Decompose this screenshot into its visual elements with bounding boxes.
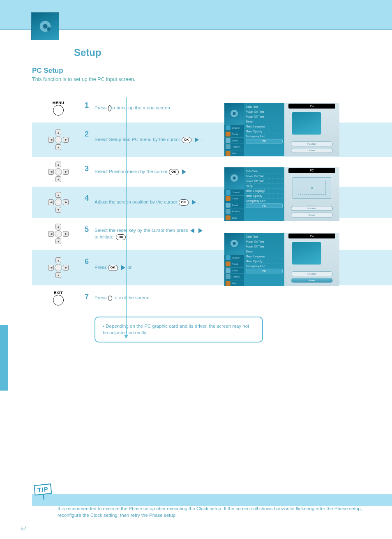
steps-container: MENU 1 Press to bring up the menu screen… <box>32 94 392 311</box>
tip-badge: TIP <box>34 483 53 501</box>
osd-side-item: Sound <box>224 137 244 144</box>
osd-menu-item: Date/Time <box>246 104 283 109</box>
exit-button-label: EXIT <box>54 291 63 295</box>
osd-menu-item: Menu Opacity <box>246 129 283 134</box>
step-text-part: . <box>189 169 190 174</box>
step-text-part: Select Position menu by the cursor <box>95 169 169 174</box>
step-text-part: . <box>198 199 199 204</box>
tip-bar <box>32 494 392 506</box>
exit-button-icon[interactable] <box>53 295 64 305</box>
gear-icon <box>224 103 244 125</box>
tip-icon: TIP <box>34 483 52 495</box>
osd-thumb-icon <box>292 242 321 265</box>
step-text: Select Setup and PC menu by the cursor O… <box>93 132 224 147</box>
menu-button-label: MENU <box>53 101 65 105</box>
step-number: 6 <box>85 250 93 266</box>
menu-inline-icon <box>108 105 111 111</box>
step-text-part: to bring up the menu screen. <box>111 105 171 110</box>
dpad-icon[interactable]: ▲▼◀▶ <box>48 162 69 182</box>
step-number: 4 <box>85 187 93 203</box>
step-text-part: to initiate. <box>95 234 115 239</box>
osd-screenshot: Channel Picture Sound Function Setup Dat… <box>224 167 339 221</box>
arrow-right-icon <box>195 137 199 142</box>
ok-inline-icon: OK <box>108 265 118 271</box>
position-frame-icon <box>293 177 331 199</box>
svg-point-2 <box>47 27 51 31</box>
osd-side-item: Function <box>224 143 244 150</box>
step-text-part: Adjust the screen position by the cursor <box>95 199 179 204</box>
step-number: 2 <box>85 123 93 139</box>
osd-menu-item: Power Off Time <box>246 114 283 119</box>
osd-reset-button: Reset <box>291 278 333 283</box>
arrow-right-icon <box>121 265 125 270</box>
dpad-icon[interactable]: ▲▼◀▶ <box>48 224 69 244</box>
osd-right-title: PC <box>288 234 335 238</box>
osd-reset-button: Reset <box>291 148 333 153</box>
svg-point-6 <box>233 177 236 180</box>
step-text-part: Press <box>95 105 108 110</box>
osd-right-title: PC <box>288 104 335 109</box>
step-text-part: Select the reset key by the cursor then … <box>95 228 189 233</box>
osd-menu-item: Power On Time <box>246 109 283 114</box>
step-number: 1 <box>85 94 93 110</box>
step-text-part: . <box>201 137 202 142</box>
arrow-right-icon <box>198 228 203 233</box>
step-text: Adjust the screen position by the cursor… <box>93 195 224 210</box>
info-box: • Depending on the PC graphic card and i… <box>95 317 263 342</box>
osd-screenshot: Channel Picture Sound Function Setup Dat… <box>224 233 339 286</box>
osd-position-button: Position <box>291 206 333 211</box>
menu-button-icon[interactable] <box>53 105 64 116</box>
osd-menu-item-selected: PC <box>246 139 283 143</box>
svg-point-8 <box>233 242 236 245</box>
gear-icon <box>224 167 244 189</box>
step-text: Press to exit the screen. <box>93 291 224 305</box>
step-number: 7 <box>85 285 93 301</box>
osd-right-title: PC <box>288 168 335 173</box>
step-row: ▲▼◀▶ 4 Adjust the screen position by the… <box>32 187 392 218</box>
step-number: 3 <box>85 157 93 173</box>
arrow-left-icon <box>190 228 194 233</box>
ok-inline-icon: OK <box>169 169 179 175</box>
step-text: Select Position menu by the cursor OK . <box>93 164 224 179</box>
dpad-icon[interactable]: ▲▼◀▶ <box>48 192 69 213</box>
osd-reset-button: Reset <box>291 213 333 217</box>
step-text-part: or <box>127 265 131 270</box>
step-number: 5 <box>85 218 93 234</box>
dpad-icon[interactable]: ▲▼◀▶ <box>48 130 69 150</box>
dpad-icon[interactable]: ▲▼◀▶ <box>48 257 69 278</box>
step-text: Press OK or <box>93 260 224 275</box>
step-row: ▲▼◀▶ 2 Select Setup and PC menu by the c… <box>32 123 392 157</box>
ok-inline-icon: OK <box>179 199 189 206</box>
ok-inline-icon: OK <box>116 234 126 241</box>
osd-menu-item: Emergency Alert <box>246 134 283 139</box>
step-text-part: Select Setup and PC menu by the cursor <box>95 137 182 142</box>
osd-side-item: Picture <box>224 131 244 137</box>
arrow-right-icon <box>192 200 196 205</box>
step-row: ▲▼◀▶ 6 Press OK or Channel Picture Sound… <box>32 250 392 285</box>
osd-side-item: Channel <box>224 125 244 131</box>
page-subtitle: PC Setup <box>0 58 392 76</box>
osd-screenshot: Channel Picture Sound Function Setup Dat… <box>224 103 339 156</box>
osd-position-button: Position <box>291 141 333 146</box>
page-subdesc: This function is to set up the PC input … <box>0 76 392 82</box>
ok-inline-icon: OK <box>182 137 191 143</box>
osd-menu-item: Sleep <box>246 119 283 124</box>
section-gear-icon <box>31 12 59 40</box>
page-number: 57 <box>21 525 26 532</box>
flow-line <box>126 97 127 338</box>
step-text-part: Press <box>95 265 108 270</box>
tip-text: It is recommended to execute the Phase s… <box>58 505 380 518</box>
step-row: EXIT 7 Press to exit the screen. <box>32 285 392 311</box>
section-edge-tab <box>0 325 8 391</box>
step-text: Press to bring up the menu screen. <box>93 101 224 116</box>
step-text: Select the reset key by the cursor then … <box>93 223 224 244</box>
osd-side-item: Setup <box>224 150 244 157</box>
arrow-right-icon <box>182 169 186 174</box>
svg-point-4 <box>233 112 236 116</box>
page-header <box>0 0 392 30</box>
osd-position-button: Position <box>291 271 333 276</box>
svg-point-1 <box>43 24 47 28</box>
osd-thumb-icon <box>292 112 321 135</box>
osd-menu-item: Menu Language <box>246 124 283 129</box>
gear-icon <box>224 233 244 254</box>
